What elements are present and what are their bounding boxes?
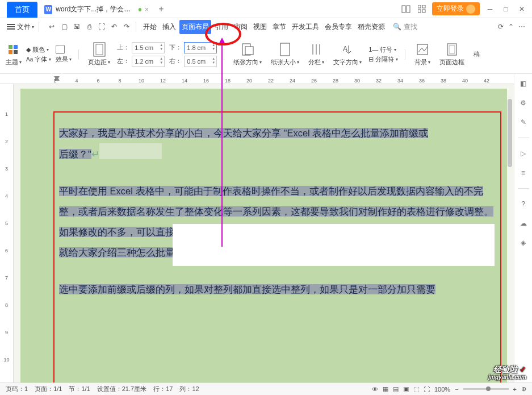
textdir-label[interactable]: 文字方向▾ xyxy=(333,58,362,66)
vertical-ruler[interactable]: 1234567891011 xyxy=(0,84,14,382)
search-box[interactable]: 🔍 查找 xyxy=(393,22,417,32)
zoom-value[interactable]: 100% xyxy=(434,386,450,393)
outline-view-icon[interactable]: ▣ xyxy=(403,385,409,393)
scrollbar-thumb[interactable] xyxy=(508,99,512,167)
svg-rect-6 xyxy=(9,45,12,49)
help-icon[interactable]: ? xyxy=(518,199,529,209)
effect-label[interactable]: 效果▾ xyxy=(56,55,72,64)
layers-icon[interactable]: ◈ xyxy=(518,238,529,248)
back-icon[interactable]: ↩ xyxy=(47,22,56,31)
page-border-icon[interactable] xyxy=(445,42,459,57)
page-border-label[interactable]: 页面边框 xyxy=(439,58,464,66)
draft-label[interactable]: 稿 xyxy=(474,50,480,59)
more-icon[interactable]: ⋯ xyxy=(518,23,525,31)
svg-rect-11 xyxy=(96,44,103,55)
close-icon[interactable]: ✕ xyxy=(516,3,527,15)
vertical-scrollbar[interactable] xyxy=(506,84,513,382)
tab-home[interactable]: 首页 xyxy=(7,2,37,18)
tab-start[interactable]: 开始 xyxy=(141,20,159,34)
svg-rect-5 xyxy=(422,10,425,13)
cloud-sync-icon[interactable]: ⟳ xyxy=(498,23,504,31)
doc-status-dot xyxy=(139,8,141,11)
margin-icon[interactable] xyxy=(92,42,107,57)
svg-rect-4 xyxy=(418,10,421,13)
theme-icon[interactable] xyxy=(6,42,20,57)
textdir-icon[interactable]: A xyxy=(340,42,355,57)
ribbon: 主题▾ ◆颜色▾ Aa字体▾ 效果▾ 页边距▾ 上：1.5 cm▲▼ 左：1.2… xyxy=(0,35,532,74)
tab-reference[interactable]: 引用 xyxy=(212,20,231,34)
menu-bar: 文件▾ ↩ ▢ 🖫 ⎙ ⛶ ↶ ↷ 开始 插入 页面布局 引用 审阅 视图 章节… xyxy=(0,18,532,35)
file-menu[interactable]: 文件▾ xyxy=(17,22,34,32)
font-label[interactable]: 字体 xyxy=(35,55,47,64)
margin-bottom-input[interactable]: 1.8 cm▲▼ xyxy=(184,42,217,53)
close-tab-icon[interactable]: × xyxy=(145,6,149,14)
margin-left-input[interactable]: 1.2 cm▲▼ xyxy=(132,56,165,67)
fit-icon[interactable]: ⊕ xyxy=(521,385,526,393)
format-icon[interactable]: ≡ xyxy=(518,168,529,178)
tab-dev[interactable]: 开发工具 xyxy=(290,20,321,34)
horizontal-ruler[interactable]: 24681012141618202224262830323436384042 xyxy=(0,74,514,84)
maximize-icon[interactable]: □ xyxy=(500,3,512,15)
redo-icon[interactable]: ↷ xyxy=(122,22,131,31)
zoom-in-icon[interactable]: + xyxy=(513,386,517,393)
tab-section[interactable]: 章节 xyxy=(270,20,288,34)
papersize-icon[interactable] xyxy=(278,42,292,57)
print-layout-icon[interactable]: ▦ xyxy=(383,385,388,393)
orientation-icon[interactable] xyxy=(240,42,255,57)
margin-top-label: 上： xyxy=(117,43,129,52)
margin-right-input[interactable]: 0.5 cm▲▼ xyxy=(184,56,217,67)
orientation-label[interactable]: 纸张方向▾ xyxy=(233,58,262,66)
tab-review[interactable]: 审阅 xyxy=(232,20,250,34)
svg-rect-9 xyxy=(14,50,18,54)
columns-label[interactable]: 分栏▾ xyxy=(308,58,324,66)
effect-icon[interactable] xyxy=(56,45,65,54)
page-canvas[interactable]: 大家好，我是小草技术分享的小白，今天给大家分享 "Excel 表格中怎么批量添加… xyxy=(20,89,507,382)
layout-icon[interactable] xyxy=(400,3,412,15)
minimize-icon[interactable]: ─ xyxy=(484,3,496,15)
select-icon[interactable]: ▷ xyxy=(518,148,529,159)
tab-insert[interactable]: 插入 xyxy=(160,20,178,34)
color-icon[interactable]: ◆ xyxy=(26,46,31,53)
margin-label[interactable]: 页边距▾ xyxy=(88,58,110,66)
outline-icon[interactable]: ◧ xyxy=(518,78,529,89)
margin-top-input[interactable]: 1.5 cm▲▼ xyxy=(132,42,165,53)
tab-view[interactable]: 视图 xyxy=(251,20,269,34)
status-page[interactable]: 页面：1/1 xyxy=(35,385,62,393)
new-tab-button[interactable]: + xyxy=(153,1,169,17)
undo-icon[interactable]: ↶ xyxy=(110,22,119,31)
background-label[interactable]: 背景▾ xyxy=(414,58,430,66)
zoom-slider[interactable] xyxy=(463,388,509,390)
open-icon[interactable]: ▢ xyxy=(60,22,69,31)
margin-left-label: 左： xyxy=(117,57,129,65)
columns-icon[interactable] xyxy=(309,42,324,57)
document-title: word文字下...掉，学会不求人 xyxy=(56,5,135,14)
print-icon[interactable]: ⎙ xyxy=(85,22,94,31)
tab-document[interactable]: W word文字下...掉，学会不求人 × xyxy=(40,2,153,18)
edit-icon[interactable]: ✎ xyxy=(518,117,529,127)
toolbox-icon[interactable]: ⚙ xyxy=(518,98,529,108)
word-icon: W xyxy=(44,5,52,14)
tab-member[interactable]: 会员专享 xyxy=(322,20,354,34)
web-layout-icon[interactable]: ▤ xyxy=(393,385,399,393)
status-pageno[interactable]: 页码：1 xyxy=(6,385,28,393)
fullscreen-icon[interactable]: ⛶ xyxy=(424,386,430,393)
login-button[interactable]: 立即登录 xyxy=(432,2,480,15)
tab-page-layout[interactable]: 页面布局 xyxy=(179,20,211,34)
title-bar: 首页 W word文字下...掉，学会不求人 × + 立即登录 ─ □ ✕ xyxy=(0,0,532,18)
preview-icon[interactable]: ⛶ xyxy=(97,22,106,31)
break-label[interactable]: 分隔符 xyxy=(375,55,394,64)
zoom-out-icon[interactable]: − xyxy=(455,386,458,393)
papersize-label[interactable]: 纸张大小▾ xyxy=(271,58,299,66)
background-icon[interactable] xyxy=(415,42,430,57)
tab-resource[interactable]: 稻壳资源 xyxy=(355,20,387,34)
grid-icon[interactable] xyxy=(416,3,428,15)
draft-view-icon[interactable]: ⬚ xyxy=(413,385,419,393)
theme-label[interactable]: 主题▾ xyxy=(6,58,22,66)
save-icon[interactable]: 🖫 xyxy=(72,22,81,31)
document-content[interactable]: 大家好，我是小草技术分享的小白，今天给大家分享 "Excel 表格中怎么批量添加… xyxy=(59,123,495,300)
reading-mode-icon[interactable]: 👁 xyxy=(372,386,378,393)
hamburger-icon[interactable] xyxy=(7,24,15,30)
cloud-icon[interactable]: ☁ xyxy=(518,218,529,228)
collapse-ribbon-icon[interactable]: ⌃ xyxy=(508,23,514,31)
lineno-label[interactable]: 行号 xyxy=(380,45,392,54)
